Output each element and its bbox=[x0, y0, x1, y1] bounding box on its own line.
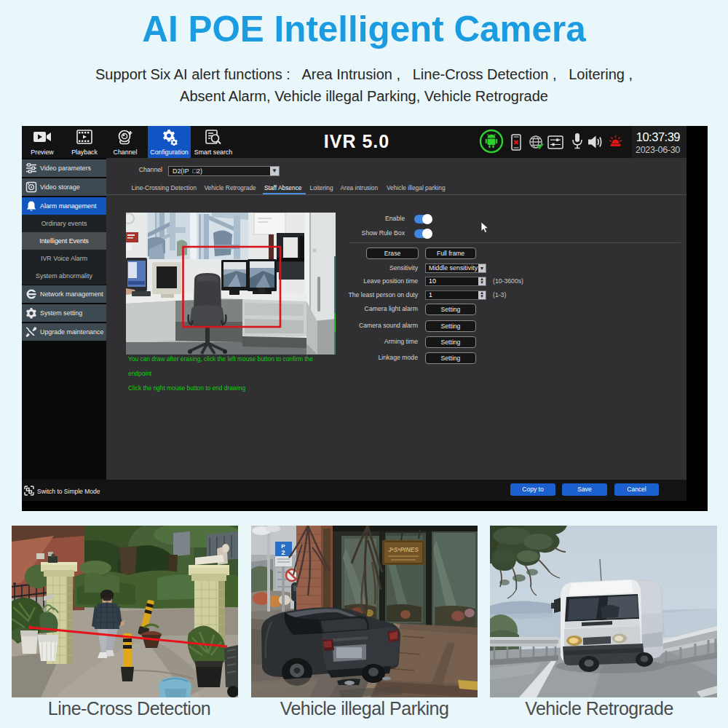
svg-text:2: 2 bbox=[281, 549, 285, 556]
svg-text:J•S•PINES: J•S•PINES bbox=[388, 546, 419, 553]
